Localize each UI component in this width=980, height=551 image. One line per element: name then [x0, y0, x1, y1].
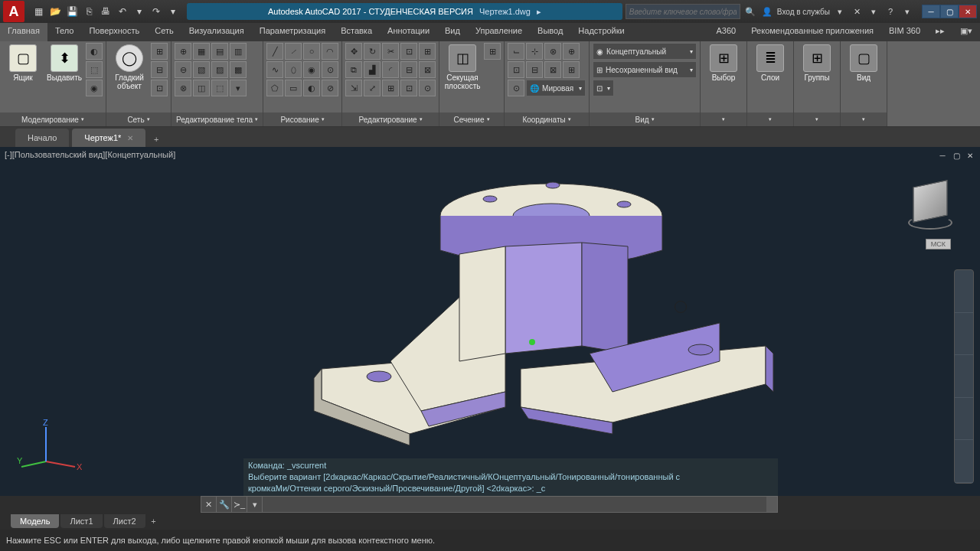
maximize-button[interactable]: ▢	[940, 5, 959, 18]
box-button[interactable]: ▢Ящик	[3, 43, 43, 83]
view-button[interactable]: ▢Вид	[844, 43, 884, 83]
add-tab-button[interactable]: +	[149, 132, 164, 147]
panel-label[interactable]	[747, 112, 793, 126]
dropdown-icon[interactable]: ▾	[900, 5, 914, 18]
search-input[interactable]	[626, 4, 740, 19]
tab-visualize[interactable]: Визуализация	[181, 23, 252, 41]
vp-close-icon[interactable]: ✕	[965, 150, 975, 161]
tab-layout2[interactable]: Лист2	[104, 514, 145, 528]
ucs-icon[interactable]: ⊡	[508, 61, 524, 78]
panel-label[interactable]: Редактирование	[342, 112, 439, 126]
viewport-label[interactable]: [-][Пользовательский вид][Концептуальный…	[5, 150, 175, 159]
intersect-icon[interactable]: ⊗	[175, 80, 191, 96]
panel-label[interactable]: Координаты	[505, 112, 589, 126]
ucs-icon[interactable]: ⌙	[508, 43, 524, 60]
wcs-label[interactable]: МСК	[926, 239, 951, 249]
app-logo[interactable]: A	[3, 1, 24, 22]
exchange-icon[interactable]: ✕	[850, 5, 864, 18]
ucs-icon[interactable]: ⊙	[508, 80, 524, 96]
mod-icon[interactable]: ⊞	[419, 43, 436, 60]
edit-icon[interactable]: ▦	[193, 43, 210, 60]
panel-label[interactable]: Сечение	[439, 112, 504, 126]
circle-icon[interactable]: ○	[303, 43, 320, 60]
tab-view[interactable]: Вид	[437, 23, 468, 41]
pan-icon[interactable]	[955, 313, 973, 356]
rect-icon[interactable]: ▭	[285, 80, 302, 96]
tab-layout1[interactable]: Лист1	[60, 514, 102, 528]
arc-icon[interactable]: ◠	[322, 43, 338, 60]
wheel-icon[interactable]	[955, 270, 973, 313]
minimize-button[interactable]: ─	[922, 5, 940, 18]
cmd-dropdown-icon[interactable]: ▾	[247, 497, 263, 512]
undo-icon[interactable]: ↶	[115, 4, 130, 19]
mesh-icon[interactable]: ⊟	[151, 61, 168, 78]
tab-mesh[interactable]: Сеть	[147, 23, 181, 41]
ucs-icon[interactable]: ⊠	[544, 61, 561, 78]
ucs-combo[interactable]: 🌐Мировая	[526, 80, 586, 96]
tab-addins[interactable]: Надстройки	[570, 23, 632, 41]
redo-icon[interactable]: ↷	[149, 4, 164, 19]
subtract-icon[interactable]: ⊖	[175, 61, 191, 78]
presspull-icon[interactable]: ⬚	[86, 61, 103, 78]
section-plane-button[interactable]: ◫Секущая плоскость	[443, 43, 482, 92]
move-icon[interactable]: ✥	[345, 43, 362, 60]
tab-overflow[interactable]: ▸▸	[928, 23, 952, 41]
open-icon[interactable]: 📂	[47, 4, 63, 19]
tab-solid[interactable]: Тело	[47, 23, 82, 41]
navigation-bar[interactable]	[954, 269, 974, 484]
mesh-icon[interactable]: ⊞	[151, 43, 168, 60]
save-icon[interactable]: 💾	[64, 4, 80, 19]
edit-icon[interactable]: ▧	[193, 61, 210, 78]
edit-icon[interactable]: ▨	[211, 61, 228, 78]
cmd-config-icon[interactable]: 🔧	[217, 497, 232, 512]
user-icon[interactable]: 👤	[760, 5, 774, 18]
viewcube[interactable]	[903, 178, 957, 231]
panel-label[interactable]	[794, 112, 840, 126]
layers-button[interactable]: ≣Слои	[750, 43, 790, 83]
close-icon[interactable]: ✕	[127, 134, 133, 142]
tab-drawing[interactable]: Чертеж1*✕	[72, 129, 145, 147]
array-icon[interactable]: ⊞	[382, 80, 399, 96]
search-icon[interactable]: 🔍	[743, 5, 757, 18]
cmd-scroll[interactable]	[766, 497, 777, 512]
panel-label[interactable]: Редактирование тела	[172, 112, 263, 126]
stretch-icon[interactable]: ⇲	[345, 80, 362, 96]
draw-icon[interactable]: ⊘	[322, 80, 338, 96]
tab-home[interactable]: Главная	[0, 23, 47, 41]
tab-bim360[interactable]: BIM 360	[881, 23, 928, 41]
mesh-icon[interactable]: ⊡	[151, 80, 168, 96]
signin-label[interactable]: Вход в службы	[777, 8, 830, 16]
tab-output[interactable]: Вывод	[530, 23, 570, 41]
panel-label[interactable]	[701, 112, 746, 126]
cmd-prompt-icon[interactable]: ≻_	[232, 497, 247, 512]
orbit-icon[interactable]	[955, 398, 973, 441]
tab-model[interactable]: Модель	[11, 514, 59, 528]
panel-label[interactable]	[841, 112, 887, 126]
line-icon[interactable]: ╱	[266, 43, 283, 60]
view-icon-combo[interactable]: ⊡	[593, 80, 614, 96]
tab-insert[interactable]: Вставка	[333, 23, 380, 41]
extrude-button[interactable]: ⬍Выдавить	[44, 43, 84, 83]
draw-icon[interactable]: ⬯	[285, 61, 302, 78]
ucs-icon[interactable]: ⊹	[526, 43, 543, 60]
ucs-icon[interactable]: ⊕	[563, 43, 580, 60]
tab-annotate[interactable]: Аннотации	[380, 23, 437, 41]
revolve-icon[interactable]: ◉	[86, 80, 103, 96]
tab-a360[interactable]: A360	[709, 23, 744, 41]
section-icon[interactable]: ⊞	[484, 43, 501, 60]
draw-icon[interactable]: ◐	[303, 80, 320, 96]
tab-manage[interactable]: Управление	[468, 23, 530, 41]
view-combo[interactable]: ⊞Несохраненный вид	[593, 61, 697, 78]
close-button[interactable]: ✕	[959, 5, 977, 18]
edit-icon[interactable]: ▥	[230, 43, 247, 60]
panel-label[interactable]: Сеть	[106, 112, 171, 126]
cmd-close-icon[interactable]: ✕	[201, 497, 217, 512]
dropdown-icon[interactable]: ▾	[867, 5, 880, 18]
ucs-icon[interactable]: ⊗	[544, 43, 561, 60]
visual-style-combo[interactable]: ◉Концептуальный	[593, 43, 697, 60]
mod-icon[interactable]: ⊡	[400, 80, 417, 96]
rotate-icon[interactable]: ↻	[364, 43, 381, 60]
tab-collapse[interactable]: ▣▾	[952, 23, 980, 41]
selection-button[interactable]: ⊞Выбор	[704, 43, 743, 83]
help-icon[interactable]: ?	[884, 5, 897, 18]
